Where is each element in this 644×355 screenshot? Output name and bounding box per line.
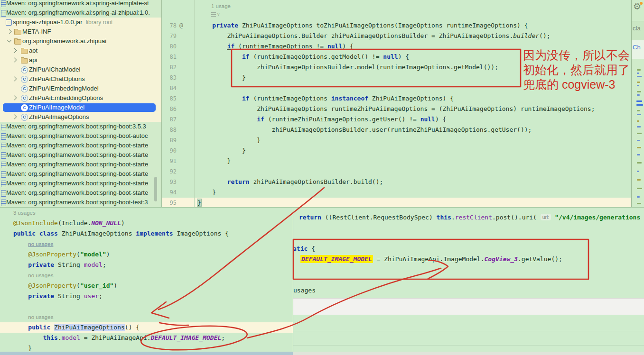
code-line: if (runtimeZhiPuAiImageOptions.getUser()… <box>197 114 595 125</box>
line-number[interactable]: 79 <box>161 31 196 41</box>
code-line: @JsonInclude(Include.NON_NULL) <box>13 218 229 228</box>
tree-row[interactable]: org.springframework.ai.zhipuai <box>0 36 161 46</box>
class-icon: C <box>21 95 28 102</box>
folder-icon <box>21 49 28 54</box>
code-line: private String model; <box>13 260 229 270</box>
minimap-mark <box>637 188 642 189</box>
line-number[interactable]: 84 <box>161 83 196 93</box>
tree-row[interactable]: aot <box>0 46 161 55</box>
code-line[interactable]: 3 usages <box>13 208 229 218</box>
tree-row[interactable]: CZhiPuAiEmbeddingOptions <box>0 93 161 103</box>
background-window-edge: ⚙ cla Ch <box>631 0 644 209</box>
tree-item-label: Maven: org.springframework.ai:spring-ai-… <box>6 8 150 18</box>
tree-row[interactable]: CZhiPuAiChatOptions <box>0 74 161 84</box>
line-number[interactable]: 85 <box>161 93 196 104</box>
code-line[interactable]: no usages <box>13 312 229 322</box>
minimap-mark <box>637 114 641 115</box>
line-number[interactable]: 81 <box>161 52 196 62</box>
line-number[interactable]: 78@ <box>161 20 196 31</box>
chevron-right-icon[interactable] <box>12 115 17 119</box>
maven-icon <box>1 162 6 168</box>
line-number[interactable]: 88 <box>161 125 196 135</box>
maven-icon <box>1 10 6 17</box>
line-number[interactable]: 86 <box>161 104 196 114</box>
code-line <box>197 83 595 93</box>
tree-row[interactable]: Maven: org.springframework.boot:spring-b… <box>0 179 161 188</box>
code-line[interactable]: no usages <box>13 270 229 281</box>
project-tree-panel[interactable]: Maven: org.springframework.ai:spring-ai-… <box>0 0 162 207</box>
tree-row[interactable]: Maven: org.springframework.ai:spring-ai-… <box>0 0 161 8</box>
code-line: this.model = ZhiPuAiImageApi.DEFAULT_IMA… <box>13 333 229 343</box>
line-number[interactable]: 94 <box>161 187 196 198</box>
annotation-gutter-icon[interactable]: @ <box>179 22 183 29</box>
minimap-mark <box>637 82 640 83</box>
code-line: if (runtimeImageOptions.getModel() != nu… <box>197 52 595 62</box>
minimap[interactable] <box>632 60 644 209</box>
line-number[interactable]: 92 <box>161 166 196 177</box>
maven-icon <box>1 124 6 130</box>
chevron-right-icon[interactable] <box>12 96 17 100</box>
tree-row[interactable]: Maven: org.springframework.ai:spring-ai-… <box>0 8 161 18</box>
class-icon: C <box>21 104 28 111</box>
line-number[interactable]: 95 <box>161 198 196 207</box>
code-line: zhiPuAiImageOptionsBuilder.model(runtime… <box>197 62 595 73</box>
line-number[interactable]: 82 <box>161 62 196 73</box>
line-number[interactable]: 90 <box>161 146 196 156</box>
tree-row[interactable]: CZhiPuAiImageOptions <box>0 112 161 122</box>
code-editor-secondary[interactable]: return ((RestClient.RequestBodySpec) thi… <box>293 207 644 355</box>
line-number[interactable]: 89 <box>161 135 196 146</box>
tree-row[interactable]: CZhiPuAiEmbeddingModel <box>0 84 161 93</box>
line-number[interactable]: 80 <box>161 41 196 52</box>
usage-count-inlay[interactable]: 1 usage <box>211 2 231 10</box>
maven-icon <box>1 133 6 140</box>
minimap-mark <box>637 133 642 134</box>
code-area: 3 usages@JsonInclude(Include.NON_NULL)pu… <box>13 208 229 354</box>
code-line: DEFAULT_IMAGE_MODEL = ZhiPuAiImageApi.Im… <box>300 254 562 264</box>
code-line[interactable]: no usages <box>13 239 229 249</box>
tree-row[interactable]: Maven: org.springframework.boot:spring-b… <box>0 131 161 141</box>
chevron-right-icon[interactable] <box>7 29 12 34</box>
tree-row[interactable]: CZhiPuAiChatModel <box>0 65 161 74</box>
class-icon: C <box>21 76 28 83</box>
tree-row[interactable]: Maven: org.springframework.boot:spring-b… <box>0 141 161 150</box>
clipped-label-ch[interactable]: Ch <box>633 44 641 51</box>
tree-row[interactable]: Maven: org.springframework.boot:spring-b… <box>0 169 161 179</box>
line-number-gutter[interactable]: 78@7980818283848586878889909192939495 <box>161 20 196 207</box>
tree-row-selected[interactable]: CZhiPuAiImageModel <box>0 103 161 112</box>
code-line: public ZhiPuAiImageOptions() { <box>13 322 229 333</box>
line-number[interactable]: 91 <box>161 156 196 166</box>
tree-item-label: ZhiPuAiChatModel <box>29 65 80 74</box>
chevron-right-icon[interactable] <box>12 58 17 63</box>
chevron-right-icon[interactable] <box>12 77 17 82</box>
class-icon: C <box>21 66 28 73</box>
tree-row[interactable]: api <box>0 55 161 65</box>
line-number[interactable]: 93 <box>161 177 196 187</box>
minimap-mark <box>637 91 641 92</box>
notification-dot <box>640 2 643 5</box>
minimap-mark <box>637 196 640 198</box>
code-editor-main[interactable]: 78@7980818283848586878889909192939495 pr… <box>161 0 631 207</box>
window-divider-band <box>293 298 644 315</box>
tree-row[interactable]: Maven: org.springframework.boot:spring-b… <box>0 188 161 198</box>
tree-row[interactable]: Maven: org.springframework.boot:spring-b… <box>0 150 161 160</box>
line-number[interactable]: 87 <box>161 114 196 125</box>
class-icon: C <box>21 114 28 121</box>
maven-icon <box>1 152 6 159</box>
code-line[interactable]: usages <box>293 285 316 296</box>
code-line: return zhiPuAiImageOptionsBuilder.build(… <box>197 177 595 187</box>
tree-row[interactable]: spring-ai-zhipuai-1.0.0.jarlibrary root <box>0 18 161 27</box>
scope-underline <box>227 49 352 50</box>
tree-scrollbar-thumb[interactable] <box>154 177 157 201</box>
tree-row[interactable]: Maven: org.springframework.boot:spring-b… <box>0 160 161 169</box>
minimap-mark <box>637 147 641 148</box>
tree-row[interactable]: Maven: org.springframework.boot:spring-b… <box>0 122 161 131</box>
tree-row[interactable]: Maven: org.springframework.boot:spring-b… <box>0 198 161 207</box>
chevron-right-icon[interactable] <box>12 48 17 53</box>
maven-icon <box>1 200 6 206</box>
line-number[interactable]: 83 <box>161 73 196 83</box>
tree-item-label: META-INF <box>22 27 51 36</box>
tree-row[interactable]: META-INF <box>0 27 161 36</box>
code-popup-imageoptions-class[interactable]: 3 usages@JsonInclude(Include.NON_NULL)pu… <box>0 207 293 355</box>
code-vision-icon[interactable]: v <box>211 11 222 17</box>
chevron-down-icon[interactable] <box>7 38 12 43</box>
